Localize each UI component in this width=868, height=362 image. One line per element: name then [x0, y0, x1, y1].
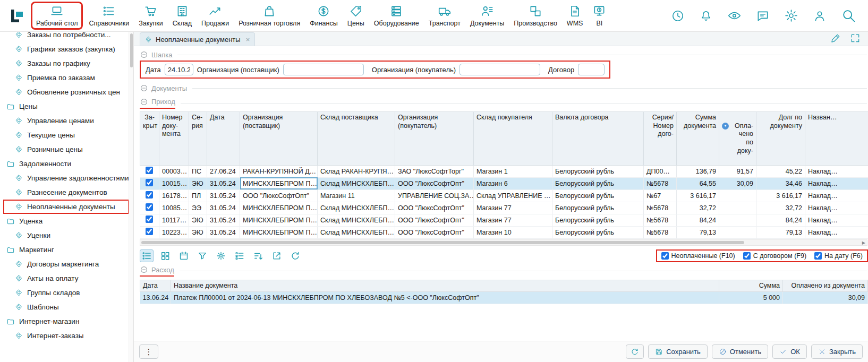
col-supplier-warehouse[interactable]: Склад поставщика — [318, 112, 395, 166]
user-icon[interactable] — [813, 9, 827, 23]
menu-item-retail[interactable]: Розничная торговля — [234, 0, 305, 31]
col-doc-number[interactable]: Номер доку- мента — [159, 112, 189, 166]
sidebar-item-acceptance[interactable]: Приемка по заказам — [0, 71, 133, 85]
col-buyer-warehouse[interactable]: Склад покупателя — [474, 112, 552, 166]
tab-unpaid-documents[interactable]: Неоплаченные документы × — [140, 32, 255, 46]
closed-checkbox[interactable] — [146, 179, 153, 186]
collapse-icon[interactable] — [140, 265, 148, 274]
focused-cell[interactable]: МИНСКХЛЕБПРОМ П… — [240, 177, 318, 189]
menu-item-sales[interactable]: Продажи — [197, 0, 234, 31]
sidebar-item-retail-price-update[interactable]: Обновление розничных цен — [0, 85, 133, 99]
contract-input[interactable] — [578, 64, 605, 75]
expense-row-selected[interactable]: 13.06.24 Платеж ПЛ00001 от 2024-06-13 МИ… — [140, 292, 868, 304]
sidebar-item-debt-management[interactable]: Управление задолженностями — [0, 171, 133, 185]
sidebar-item-markdowns[interactable]: Уценки — [0, 228, 133, 243]
sidebar-folder-online-store[interactable]: Интернет-магазин — [0, 314, 133, 329]
unpaid-filter[interactable]: Неоплаченные (F10) — [661, 252, 735, 260]
closed-checkbox[interactable] — [146, 228, 153, 235]
sidebar-scrollbar-thumb[interactable] — [130, 33, 133, 67]
gear-icon[interactable] — [784, 8, 798, 23]
income-row[interactable]: 16178… ПЛ 31.05.24 ООО "ЛюксСофтОпт" Маг… — [140, 189, 868, 202]
closed-checkbox[interactable] — [146, 167, 153, 174]
collapse-icon[interactable] — [140, 50, 148, 59]
more-actions-button[interactable]: ⋮ — [139, 344, 158, 359]
income-row[interactable]: 10223… ЭЮ 31.05.24 МИНСКХЛЕБПРОМ П… Скла… — [140, 226, 868, 238]
closed-checkbox[interactable] — [146, 203, 153, 211]
income-row[interactable]: 10085… ЭЭ 31.05.24 МИНСКХЛЕБПРОМ П… Скла… — [140, 202, 868, 214]
menu-item-desktop[interactable]: Рабочий стол — [31, 2, 83, 30]
refresh-button[interactable] — [626, 344, 644, 359]
reload-ic on[interactable] — [288, 249, 302, 262]
menu-item-purchases[interactable]: Закупки — [134, 0, 168, 31]
sidebar-item-orders-by-schedule[interactable]: Заказы по графику — [0, 56, 133, 71]
on-date-filter[interactable]: На дату (F6) — [814, 252, 863, 260]
eye-icon[interactable] — [727, 8, 742, 23]
cancel-button[interactable]: Отменить — [712, 344, 768, 359]
sidebar-item-retail-prices[interactable]: Розничные цены — [0, 142, 133, 157]
menu-item-warehouse[interactable]: Склад — [168, 0, 197, 31]
income-row[interactable]: 00003… ПС 27.06.24 РАКАН-КРУПЯНОЙ Д… Скл… — [140, 165, 868, 177]
chat-icon[interactable] — [756, 9, 770, 23]
sidebar-folder-marketing[interactable]: Маркетинг — [0, 243, 133, 257]
sidebar-item-unpaid-documents[interactable]: Неоплаченные документы — [3, 200, 129, 214]
closed-checkbox[interactable] — [146, 191, 153, 199]
sidebar-item-marketing-contracts[interactable]: Договоры маркетинга — [0, 257, 133, 271]
sidebar-item-price-management[interactable]: Управление ценами — [0, 114, 133, 128]
menu-item-transport[interactable]: Транспорт — [424, 0, 465, 31]
col-buyer-org[interactable]: Организация (покупатель) — [395, 112, 474, 166]
menu-item-prices[interactable]: Цены — [343, 0, 369, 31]
col-expense-doc-name[interactable]: Название документа — [171, 280, 719, 292]
edit-icon[interactable] — [830, 33, 841, 44]
col-expense-sum[interactable]: Сумма — [719, 280, 783, 292]
sort-icon[interactable] — [251, 249, 265, 262]
with-contract-filter[interactable]: С договором (F9) — [743, 252, 806, 260]
menu-item-catalogs[interactable]: Справочники — [84, 0, 134, 31]
income-row-selected[interactable]: 10015… ЭЮ 31.05.24 МИНСКХЛЕБПРОМ П… Скла… — [140, 177, 868, 189]
tab-close-icon[interactable]: × — [246, 36, 250, 44]
col-debt[interactable]: Долг по документу — [756, 112, 805, 166]
settings-icon[interactable] — [214, 249, 228, 262]
buyer-org-input[interactable] — [459, 64, 540, 75]
sidebar-item-payment-acts[interactable]: Акты на оплату — [0, 271, 133, 286]
collapse-icon[interactable] — [140, 84, 148, 92]
col-doc-sum[interactable]: Сумма документа — [677, 112, 719, 166]
col-date[interactable]: Дата — [207, 112, 240, 166]
sidebar-folder-markdown[interactable]: Уценка — [0, 214, 133, 228]
sidebar-item-templates[interactable]: Шаблоны — [0, 300, 133, 314]
menu-item-finance[interactable]: Финансы — [305, 0, 342, 31]
sidebar-item-order-schedules[interactable]: Графики заказов (закупка) — [0, 42, 133, 56]
closed-checkbox[interactable] — [146, 216, 153, 223]
income-row[interactable]: 10117… ЭЮ 31.05.24 МИНСКХЛЕБПРОМ П… Скла… — [140, 214, 868, 226]
save-button[interactable]: Сохранить — [648, 344, 708, 359]
menu-item-production[interactable]: Производство — [509, 0, 562, 31]
scrollbar-right-arrow[interactable]: ▶ — [862, 240, 865, 246]
sidebar-item-warehouse-groups[interactable]: Группы складов — [0, 286, 133, 300]
numbered-list-icon[interactable] — [233, 249, 246, 262]
sort-indicator-icon[interactable]: ▼ — [722, 123, 729, 130]
list-view-icon[interactable] — [140, 249, 154, 262]
date-input[interactable] — [165, 64, 193, 75]
sidebar-folder-prices[interactable]: Цены — [0, 99, 133, 114]
ok-button[interactable]: ОК — [772, 344, 807, 359]
sidebar-item-online-orders[interactable]: Интернет-заказы — [0, 329, 133, 343]
col-expense-date[interactable]: Дата — [140, 280, 171, 292]
sidebar-scrollbar[interactable] — [129, 32, 133, 362]
col-contract-currency[interactable]: Валюта договора — [552, 112, 644, 166]
sidebar-item-orders-by-need[interactable]: Заказы по потребности... — [0, 32, 133, 42]
col-supplier-org[interactable]: Организация (поставщик) — [240, 112, 318, 166]
menu-item-wms[interactable]: WMS — [562, 0, 588, 31]
notifications-icon[interactable] — [699, 9, 713, 23]
grid-view-icon[interactable] — [158, 249, 172, 262]
supplier-org-input[interactable] — [283, 64, 364, 75]
export-icon[interactable] — [270, 249, 284, 262]
col-expense-paid-from[interactable]: Оплачено из документа — [783, 280, 868, 292]
calendar-icon[interactable] — [177, 249, 191, 262]
unpaid-checkbox[interactable] — [661, 252, 669, 260]
menu-item-documents[interactable]: Документы — [465, 0, 509, 31]
filter-icon[interactable] — [195, 249, 209, 262]
menu-item-bi[interactable]: BI — [588, 0, 611, 31]
search-icon[interactable] — [841, 8, 856, 23]
sidebar-folder-debts[interactable]: Задолженности — [0, 157, 133, 171]
sidebar-item-doc-allocation[interactable]: Разнесение документов — [0, 185, 133, 200]
close-button[interactable]: Закрыть — [811, 344, 863, 359]
